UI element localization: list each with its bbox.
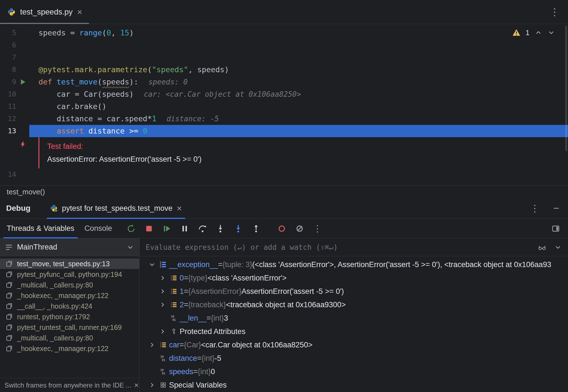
- banner-close-icon[interactable]: ×: [134, 381, 139, 389]
- stack-frame[interactable]: pytest_runtest_call, runner.py:169: [0, 322, 139, 333]
- watch-icon[interactable]: [538, 243, 546, 251]
- step-out-icon[interactable]: [250, 222, 262, 235]
- code-line[interactable]: 5speeds = range(0, 15): [0, 27, 568, 39]
- frame-icon: [6, 281, 13, 289]
- variable-type: {int}: [198, 367, 211, 376]
- chevron-right-icon[interactable]: [157, 274, 168, 282]
- code-line[interactable]: 14: [0, 168, 568, 181]
- variable-row[interactable]: 1232 = {traceback} <traceback object at …: [139, 298, 568, 311]
- layout-settings-icon[interactable]: [550, 222, 562, 235]
- editor-gutter[interactable]: 13: [0, 125, 29, 137]
- stack-frame[interactable]: _hookexec, _manager.py:122: [0, 343, 139, 354]
- step-into-icon[interactable]: [214, 222, 227, 235]
- variable-row[interactable]: 1230 = {type} <class 'AssertionError'>: [139, 271, 568, 285]
- hide-panel-icon[interactable]: [552, 204, 560, 212]
- evaluate-placeholder: Evaluate expression (↵) or add a watch (…: [146, 243, 338, 251]
- chevron-right-icon[interactable]: [157, 301, 168, 308]
- editor-gutter[interactable]: 9: [0, 76, 29, 88]
- editor-gutter[interactable]: 5: [0, 27, 29, 39]
- tab-console[interactable]: Console: [81, 219, 115, 238]
- resume-icon[interactable]: [161, 222, 173, 235]
- stack-frame[interactable]: pytest_pyfunc_call, python.py:194: [0, 269, 139, 280]
- evaluate-expression-input[interactable]: Evaluate expression (↵) or add a watch (…: [139, 238, 568, 256]
- prev-issue-chevron-up-icon[interactable]: [535, 29, 542, 37]
- gutter-icon-slot: [16, 27, 29, 39]
- run-test-icon[interactable]: [16, 76, 29, 88]
- next-issue-chevron-down-icon[interactable]: [547, 29, 555, 37]
- chevron-down-icon[interactable]: [554, 243, 562, 251]
- gutter-icon-slot: [16, 64, 29, 76]
- variable-value: -5: [215, 354, 221, 363]
- code-line[interactable]: 8@pytest.mark.parametrize("speeds", spee…: [0, 64, 568, 76]
- tab-threads-variables[interactable]: Threads & Variables: [3, 219, 78, 238]
- code-line[interactable]: 12 distance = car.speed*1distance: -5: [0, 113, 568, 125]
- chevron-down-icon[interactable]: [126, 243, 134, 251]
- line-number: 5: [0, 27, 16, 39]
- chevron-right-icon[interactable]: [157, 288, 168, 295]
- code-text: def test_move(speeds):speeds: 0: [29, 76, 568, 88]
- chevron-down-icon[interactable]: [147, 261, 157, 268]
- variable-row[interactable]: 1231 = {AssertionError} AssertionError('…: [139, 285, 568, 298]
- editor-tab[interactable]: test_speeds.py ×: [0, 0, 89, 24]
- variable-group-label: Protected Attributes: [180, 327, 246, 336]
- svg-text:10: 10: [171, 315, 174, 318]
- line-number: 9: [0, 76, 16, 88]
- thread-selector[interactable]: MainThread: [0, 238, 139, 256]
- variable-row[interactable]: 1001distance = {int} -5: [139, 352, 568, 365]
- execution-line[interactable]: 13 assert distance >= 0: [0, 125, 568, 137]
- variable-name: 0: [180, 274, 184, 282]
- pause-icon[interactable]: [179, 222, 191, 235]
- debug-options-kebab-icon[interactable]: ⋮: [530, 204, 540, 213]
- breadcrumb-method[interactable]: test_move(): [7, 188, 45, 196]
- stop-icon[interactable]: [143, 222, 155, 235]
- view-breakpoints-icon[interactable]: [276, 222, 288, 235]
- editor-gutter[interactable]: 8: [0, 64, 29, 76]
- variable-value: <car.Car object at 0x106aa8250>: [201, 341, 312, 349]
- svg-text:10: 10: [160, 369, 163, 372]
- force-step-into-icon[interactable]: [232, 222, 244, 235]
- stack-frame-label: runtest, python.py:1792: [17, 313, 90, 321]
- variable-row[interactable]: 1001__len__ = {int} 3: [139, 311, 568, 325]
- chevron-right-icon[interactable]: [147, 381, 157, 389]
- stack-frame[interactable]: runtest, python.py:1792: [0, 311, 139, 322]
- variable-row[interactable]: Protected Attributes: [139, 325, 568, 338]
- editor-options-kebab-icon[interactable]: ⋮: [550, 7, 560, 17]
- tuple-item-icon: 123: [168, 274, 180, 282]
- code-line[interactable]: 10 car = Car(speeds)car: <car.Car object…: [0, 88, 568, 100]
- editor-gutter[interactable]: 14: [0, 168, 29, 181]
- code-line[interactable]: 9def test_move(speeds):speeds: 0: [0, 76, 568, 88]
- variable-row[interactable]: 1001speeds = {int} 0: [139, 365, 568, 378]
- editor-gutter[interactable]: 12: [0, 113, 29, 125]
- stack-frame[interactable]: _multicall, _callers.py:80: [0, 280, 139, 290]
- stack-frame[interactable]: _hookexec, _manager.py:122: [0, 290, 139, 301]
- stack-frame[interactable]: test_move, test_speeds.py:13: [0, 258, 139, 269]
- stack-frame[interactable]: _multicall, _callers.py:80: [0, 333, 139, 343]
- editor-tab-title: test_speeds.py: [20, 8, 73, 16]
- code-line[interactable]: 6: [0, 39, 568, 51]
- stack-frame-label: _hookexec, _manager.py:122: [17, 292, 109, 300]
- chevron-right-icon[interactable]: [157, 328, 168, 335]
- inspections-widget[interactable]: 1: [512, 28, 555, 37]
- editor-gutter[interactable]: 11: [0, 100, 29, 113]
- variable-row[interactable]: 123__exception__ = {tuple: 3} (<class 'A…: [139, 258, 568, 271]
- breadcrumb[interactable]: test_move(): [0, 185, 568, 198]
- editor-gutter[interactable]: 10: [0, 88, 29, 100]
- more-icon[interactable]: ⋮: [311, 222, 324, 235]
- code-line[interactable]: 7: [0, 51, 568, 64]
- stack-frame[interactable]: __call__, _hooks.py:424: [0, 301, 139, 311]
- close-icon[interactable]: ×: [77, 8, 82, 16]
- variable-row[interactable]: Special Variables: [139, 378, 568, 392]
- editor-scrollbar[interactable]: [565, 26, 567, 151]
- stack-frames-list: test_move, test_speeds.py:13pytest_pyfun…: [0, 256, 139, 378]
- rerun-icon[interactable]: [125, 222, 137, 235]
- code-editor[interactable]: 1 5speeds = range(0, 15)678@pytest.mark.…: [0, 24, 568, 185]
- step-over-icon[interactable]: [196, 222, 209, 235]
- editor-gutter[interactable]: 7: [0, 51, 29, 64]
- editor-gutter[interactable]: 6: [0, 39, 29, 51]
- variable-row[interactable]: 123car = {Car} <car.Car object at 0x106a…: [139, 338, 568, 352]
- code-line[interactable]: 11 car.brake(): [0, 100, 568, 113]
- mute-breakpoints-icon[interactable]: [293, 222, 306, 235]
- close-icon[interactable]: ×: [177, 204, 182, 213]
- chevron-right-icon[interactable]: [147, 341, 157, 349]
- debug-session-tab[interactable]: pytest for test_speeds.test_move ×: [47, 198, 185, 219]
